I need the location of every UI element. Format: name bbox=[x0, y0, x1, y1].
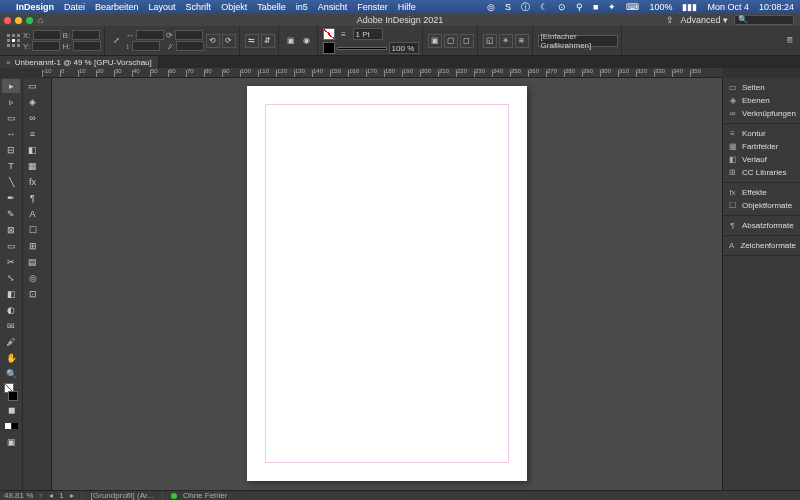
eyedropper-tool[interactable]: 🖋 bbox=[2, 335, 20, 349]
fit-content-button[interactable]: ◻ bbox=[460, 34, 474, 48]
minimize-button[interactable] bbox=[15, 17, 22, 24]
zoom-tool[interactable]: 🔍 bbox=[2, 367, 20, 381]
status-icon[interactable]: ◎ bbox=[487, 2, 495, 12]
collapsed-panel-icon[interactable]: A bbox=[24, 207, 42, 221]
corner-options-button[interactable]: ◱ bbox=[483, 34, 497, 48]
collapsed-panel-icon[interactable]: ⊞ bbox=[24, 239, 42, 253]
menu-layout[interactable]: Layout bbox=[149, 2, 176, 12]
page-nav-prev[interactable]: ◂ bbox=[49, 491, 53, 500]
rectangle-tool[interactable]: ▭ bbox=[2, 239, 20, 253]
page-tool[interactable]: ▭ bbox=[2, 111, 20, 125]
control-menu-icon[interactable]: 𝄜 bbox=[782, 34, 796, 48]
stroke-weight-input[interactable] bbox=[353, 28, 383, 40]
collapsed-panel-icon[interactable]: ≡ bbox=[24, 127, 42, 141]
flip-v-button[interactable]: ⇵ bbox=[261, 34, 275, 48]
rotate-ccw-button[interactable]: ⟲ bbox=[206, 34, 220, 48]
menu-in5[interactable]: in5 bbox=[296, 2, 308, 12]
panel-zeichenformate[interactable]: AZeichenformate bbox=[723, 239, 800, 252]
content-collector-tool[interactable]: ⊟ bbox=[2, 143, 20, 157]
vertical-ruler[interactable] bbox=[42, 78, 52, 498]
pencil-tool[interactable]: ✎ bbox=[2, 207, 20, 221]
panel-absatzformate[interactable]: ¶Absatzformate bbox=[723, 219, 800, 232]
type-tool[interactable]: T bbox=[2, 159, 20, 173]
collapsed-panel-icon[interactable]: fx bbox=[24, 175, 42, 189]
panel-verknüpfungen[interactable]: ∞Verknüpfungen bbox=[723, 107, 800, 120]
app-menu[interactable]: InDesign bbox=[16, 2, 54, 12]
zoom-level[interactable]: 48.81 % bbox=[4, 491, 33, 500]
panel-verlauf[interactable]: ◧Verlauf bbox=[723, 153, 800, 166]
close-button[interactable] bbox=[4, 17, 11, 24]
status-icon[interactable]: ☾ bbox=[540, 2, 548, 12]
line-tool[interactable]: ╲ bbox=[2, 175, 20, 189]
scale-y-input[interactable] bbox=[132, 41, 160, 51]
collapsed-panel-icon[interactable]: ◧ bbox=[24, 143, 42, 157]
collapsed-panel-icon[interactable]: ☐ bbox=[24, 223, 42, 237]
status-icon[interactable]: ✦ bbox=[608, 2, 616, 12]
apply-color-button[interactable]: ◼ bbox=[2, 403, 20, 417]
gradient-swatch-tool[interactable]: ◧ bbox=[2, 287, 20, 301]
panel-seiten[interactable]: ▭Seiten bbox=[723, 81, 800, 94]
hand-tool[interactable]: ✋ bbox=[2, 351, 20, 365]
stroke-color-icon[interactable] bbox=[8, 391, 18, 401]
reference-point[interactable] bbox=[7, 34, 21, 48]
rectangle-frame-tool[interactable]: ⊠ bbox=[2, 223, 20, 237]
note-tool[interactable]: ✉ bbox=[2, 319, 20, 333]
status-icon[interactable]: S bbox=[505, 2, 511, 12]
fill-frame-button[interactable]: ▢ bbox=[444, 34, 458, 48]
page-number[interactable]: 1 bbox=[59, 491, 63, 500]
select-container-button[interactable]: ▣ bbox=[284, 34, 298, 48]
direct-selection-tool[interactable]: ▹ bbox=[2, 95, 20, 109]
status-icon[interactable]: ⊙ bbox=[558, 2, 566, 12]
panel-kontur[interactable]: ≡Kontur bbox=[723, 127, 800, 140]
gap-tool[interactable]: ↔ bbox=[2, 127, 20, 141]
panel-ebenen[interactable]: ◈Ebenen bbox=[723, 94, 800, 107]
share-icon[interactable]: ⇪ bbox=[666, 15, 674, 25]
panel-effekte[interactable]: fxEffekte bbox=[723, 186, 800, 199]
collapsed-panel-icon[interactable]: ▦ bbox=[24, 159, 42, 173]
collapsed-panel-icon[interactable]: ◎ bbox=[24, 271, 42, 285]
collapsed-panel-icon[interactable]: ▭ bbox=[24, 79, 42, 93]
height-input[interactable] bbox=[73, 41, 101, 51]
page-nav-next[interactable]: ▸ bbox=[70, 491, 74, 500]
fill-stroke-indicator[interactable] bbox=[2, 383, 20, 401]
collapsed-panel-icon[interactable]: ▤ bbox=[24, 255, 42, 269]
menu-time[interactable]: 10:08:24 bbox=[759, 2, 794, 12]
collapsed-panel-icon[interactable]: ⊡ bbox=[24, 287, 42, 301]
maximize-button[interactable] bbox=[26, 17, 33, 24]
menu-view[interactable]: Ansicht bbox=[318, 2, 348, 12]
menu-file[interactable]: Datei bbox=[64, 2, 85, 12]
collapsed-panel-icon[interactable]: ¶ bbox=[24, 191, 42, 205]
status-icon[interactable]: ⓘ bbox=[521, 1, 530, 14]
stroke-swatch[interactable] bbox=[323, 42, 335, 54]
scale-icon[interactable]: ⤢ bbox=[110, 34, 124, 48]
status-icon[interactable]: ⚲ bbox=[576, 2, 583, 12]
zoom-input[interactable] bbox=[389, 42, 419, 54]
collapsed-panel-icon[interactable]: ◈ bbox=[24, 95, 42, 109]
horizontal-ruler[interactable]: -100102030405060708090100110120130140150… bbox=[42, 68, 722, 78]
rotate-input[interactable] bbox=[175, 30, 203, 40]
selection-tool[interactable]: ▸ bbox=[2, 79, 20, 93]
panel-cc libraries[interactable]: ⊞CC Libraries bbox=[723, 166, 800, 179]
workspace-switcher[interactable]: Advanced ▾ bbox=[680, 15, 728, 25]
menu-type[interactable]: Schrift bbox=[186, 2, 212, 12]
default-colors-button[interactable] bbox=[2, 419, 20, 433]
stroke-style-dropdown[interactable] bbox=[337, 47, 387, 50]
width-input[interactable] bbox=[72, 30, 100, 40]
scale-x-input[interactable] bbox=[136, 30, 164, 40]
status-icon[interactable]: ⌨ bbox=[626, 2, 639, 12]
preflight-status[interactable]: Ohne Fehler bbox=[183, 491, 227, 500]
select-content-button[interactable]: ◉ bbox=[300, 34, 314, 48]
menu-object[interactable]: Objekt bbox=[221, 2, 247, 12]
close-tab-icon[interactable]: × bbox=[6, 58, 11, 67]
pen-tool[interactable]: ✒ bbox=[2, 191, 20, 205]
collapsed-panel-icon[interactable]: ∞ bbox=[24, 111, 42, 125]
adobe-stock-search[interactable]: 🔍 bbox=[734, 15, 794, 25]
auto-fit-button[interactable]: ▣ bbox=[428, 34, 442, 48]
flip-h-button[interactable]: ⇋ bbox=[245, 34, 259, 48]
document-canvas[interactable] bbox=[52, 78, 722, 498]
menu-edit[interactable]: Bearbeiten bbox=[95, 2, 139, 12]
fill-swatch[interactable] bbox=[323, 28, 335, 40]
effects-button[interactable]: ☀ bbox=[499, 34, 513, 48]
screen-mode-button[interactable]: ▣ bbox=[2, 435, 20, 449]
shear-input[interactable] bbox=[176, 41, 204, 51]
